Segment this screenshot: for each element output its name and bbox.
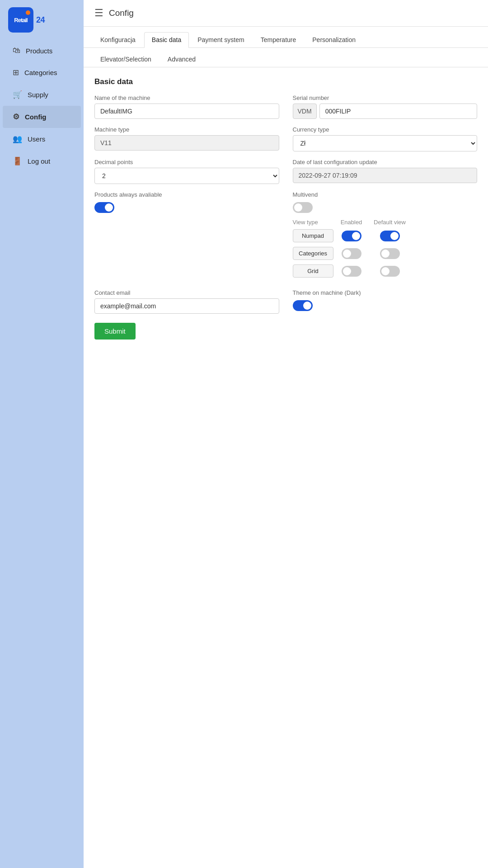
sidebar-item-supply[interactable]: 🛒 Supply xyxy=(3,84,81,106)
multivend-label: Multivend xyxy=(293,191,478,198)
sidebar-item-label: Log out xyxy=(28,157,50,165)
sidebar-item-users[interactable]: 👥 Users xyxy=(3,128,81,150)
theme-toggle[interactable] xyxy=(293,300,313,311)
menu-icon[interactable]: ☰ xyxy=(94,7,103,19)
currency-type-select[interactable]: Zł EUR USD xyxy=(293,135,478,151)
multivend-toggle[interactable] xyxy=(293,202,313,213)
contact-email-label: Contact email xyxy=(94,289,279,296)
tabs-row-1: Konfiguracja Basic data Payment system T… xyxy=(84,27,488,48)
last-config-update-group: Date of last configuration update xyxy=(293,159,478,184)
grid-enabled-toggle[interactable] xyxy=(342,266,361,277)
theme-slider xyxy=(293,300,313,311)
contact-email-group: Contact email xyxy=(94,289,279,314)
serial-prefix: VDM xyxy=(293,104,317,119)
sidebar-item-logout[interactable]: 🚪 Log out xyxy=(3,150,81,172)
products-always-available-group: Products always avaliable xyxy=(94,191,279,282)
sidebar-item-products[interactable]: 🛍 Products xyxy=(3,40,81,61)
machine-type-label: Machine type xyxy=(94,126,279,133)
categories-icon: ⊞ xyxy=(13,68,19,77)
categories-enabled-toggle[interactable] xyxy=(342,248,361,259)
tab-temperature[interactable]: Temperature xyxy=(253,32,304,47)
form-grid: Name of the machine Serial number VDM Ma… xyxy=(94,94,477,314)
grid-default-toggle[interactable] xyxy=(380,266,400,277)
page-title: Config xyxy=(109,8,134,18)
tabs-row-2: Elevator/Selection Advanced xyxy=(84,48,488,67)
theme-label: Theme on machine (Dark) xyxy=(293,289,478,296)
machine-type-group: Machine type xyxy=(94,126,279,151)
grid-enabled-slider xyxy=(342,266,361,277)
decimal-points-group: Decimal points 0 1 2 3 xyxy=(94,159,279,184)
contact-email-input[interactable] xyxy=(94,298,279,314)
machine-name-label: Name of the machine xyxy=(94,94,279,101)
categories-default-toggle[interactable] xyxy=(380,248,400,259)
decimal-points-label: Decimal points xyxy=(94,159,279,165)
numpad-enabled-slider xyxy=(342,231,361,241)
theme-group: Theme on machine (Dark) xyxy=(293,289,478,314)
last-config-update-label: Date of last configuration update xyxy=(293,159,478,165)
categories-enabled-slider xyxy=(342,248,361,259)
sidebar-item-label: Categories xyxy=(24,69,57,76)
numpad-default-toggle[interactable] xyxy=(380,231,400,241)
tab-personalization[interactable]: Personalization xyxy=(305,32,363,47)
last-config-update-input xyxy=(293,168,478,183)
logout-icon: 🚪 xyxy=(13,156,22,166)
sidebar-item-categories[interactable]: ⊞ Categories xyxy=(3,61,81,84)
tab-basic-data[interactable]: Basic data xyxy=(144,32,189,48)
tab-konfiguracja[interactable]: Konfiguracja xyxy=(93,32,143,47)
logo-icon: Retail xyxy=(8,7,33,33)
supply-icon: 🛒 xyxy=(13,90,22,99)
grid-default-slider xyxy=(380,266,400,277)
sidebar-item-label: Config xyxy=(25,113,46,121)
view-row-numpad: Numpad xyxy=(293,229,478,242)
categories-button[interactable]: Categories xyxy=(293,247,333,260)
machine-name-input[interactable] xyxy=(94,104,279,119)
numpad-button[interactable]: Numpad xyxy=(293,229,333,242)
sidebar: Retail 24 🛍 Products ⊞ Categories 🛒 Supp… xyxy=(0,0,84,868)
view-row-grid: Grid xyxy=(293,264,478,278)
serial-row: VDM xyxy=(293,104,478,119)
submit-button[interactable]: Submit xyxy=(94,323,136,340)
sidebar-item-label: Products xyxy=(26,47,52,55)
sidebar-item-label: Users xyxy=(28,135,45,143)
logo-area: Retail 24 xyxy=(0,0,84,40)
logo-text: 24 xyxy=(36,15,45,25)
default-view-col-header: Default view xyxy=(370,219,410,226)
theme-toggle-wrap xyxy=(293,298,478,313)
content-area: Konfiguracja Basic data Payment system T… xyxy=(84,27,488,868)
serial-value-input[interactable] xyxy=(319,104,477,119)
decimal-points-select[interactable]: 0 1 2 3 xyxy=(94,168,279,184)
view-type-table: View type Enabled Default view Numpad xyxy=(293,219,478,282)
view-type-col-header: View type xyxy=(293,219,333,226)
currency-type-label: Currency type xyxy=(293,126,478,133)
view-table-header: View type Enabled Default view xyxy=(293,219,478,226)
currency-type-group: Currency type Zł EUR USD xyxy=(293,126,478,151)
multivend-group: Multivend View type Enabled Default view xyxy=(293,191,478,282)
serial-number-group: Serial number VDM xyxy=(293,94,478,119)
view-row-categories: Categories xyxy=(293,247,478,260)
config-icon: ⚙ xyxy=(13,112,19,122)
grid-button[interactable]: Grid xyxy=(293,264,333,278)
machine-type-input xyxy=(94,135,279,151)
machine-name-group: Name of the machine xyxy=(94,94,279,119)
form-area: Basic data Name of the machine Serial nu… xyxy=(84,67,488,349)
numpad-default-slider xyxy=(380,231,400,241)
multivend-slider xyxy=(293,202,313,213)
serial-number-label: Serial number xyxy=(293,94,478,101)
numpad-enabled-toggle[interactable] xyxy=(342,231,361,241)
sidebar-item-config[interactable]: ⚙ Config xyxy=(3,106,81,128)
section-title: Basic data xyxy=(94,77,477,86)
logo-dot xyxy=(26,10,30,15)
tab-advanced[interactable]: Advanced xyxy=(160,52,203,67)
enabled-col-header: Enabled xyxy=(333,219,370,226)
products-always-available-toggle-wrap xyxy=(94,200,279,215)
sidebar-item-label: Supply xyxy=(28,91,48,99)
products-always-available-slider xyxy=(94,202,114,213)
multivend-toggle-wrap xyxy=(293,200,478,215)
topbar: ☰ Config xyxy=(84,0,488,27)
products-always-available-toggle[interactable] xyxy=(94,202,114,213)
categories-default-slider xyxy=(380,248,400,259)
tab-elevator-selection[interactable]: Elevator/Selection xyxy=(93,52,159,67)
products-always-available-label: Products always avaliable xyxy=(94,191,279,198)
products-icon: 🛍 xyxy=(13,46,20,55)
tab-payment-system[interactable]: Payment system xyxy=(190,32,252,47)
